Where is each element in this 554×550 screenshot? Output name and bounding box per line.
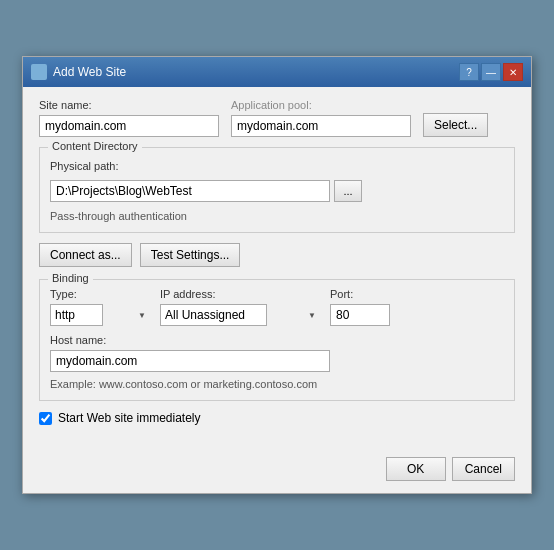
physical-path-group: Physical path: ... — [50, 160, 504, 208]
title-bar: Add Web Site ? — ✕ — [23, 57, 531, 87]
start-checkbox-row: Start Web site immediately — [39, 411, 515, 425]
start-checkbox-label[interactable]: Start Web site immediately — [58, 411, 201, 425]
type-label: Type: — [50, 288, 150, 300]
browse-button[interactable]: ... — [334, 180, 362, 202]
app-pool-input[interactable] — [231, 115, 411, 137]
site-name-group: Site name: — [39, 99, 219, 137]
title-bar-left: Add Web Site — [31, 64, 126, 80]
minimize-button[interactable]: — — [481, 63, 501, 81]
dialog-footer: OK Cancel — [23, 451, 531, 493]
ip-select-wrapper: All Unassigned — [160, 304, 320, 326]
port-input[interactable] — [330, 304, 390, 326]
test-settings-button[interactable]: Test Settings... — [140, 243, 241, 267]
content-directory-group: Content Directory Physical path: ... Pas… — [39, 147, 515, 233]
type-group: Type: http https — [50, 288, 150, 326]
type-select[interactable]: http https — [50, 304, 103, 326]
site-app-row: Site name: Application pool: Select... — [39, 99, 515, 137]
start-checkbox[interactable] — [39, 412, 52, 425]
app-pool-group: Application pool: — [231, 99, 411, 137]
port-group: Port: — [330, 288, 390, 326]
physical-path-label: Physical path: — [50, 160, 504, 172]
add-web-site-dialog: Add Web Site ? — ✕ Site name: Applicatio… — [22, 56, 532, 494]
auth-buttons-row: Connect as... Test Settings... — [39, 243, 515, 267]
dialog-title: Add Web Site — [53, 65, 126, 79]
app-pool-label: Application pool: — [231, 99, 411, 111]
site-name-label: Site name: — [39, 99, 219, 111]
host-name-label: Host name: — [50, 334, 504, 346]
ok-button[interactable]: OK — [386, 457, 446, 481]
help-button[interactable]: ? — [459, 63, 479, 81]
host-name-group: Host name: Example: www.contoso.com or m… — [50, 334, 504, 390]
ip-select[interactable]: All Unassigned — [160, 304, 267, 326]
port-label: Port: — [330, 288, 390, 300]
pass-through-label: Pass-through authentication — [50, 210, 504, 222]
ip-group: IP address: All Unassigned — [160, 288, 320, 326]
binding-title: Binding — [48, 272, 93, 284]
dialog-icon — [31, 64, 47, 80]
select-button[interactable]: Select... — [423, 113, 488, 137]
physical-path-input[interactable] — [50, 180, 330, 202]
title-bar-buttons: ? — ✕ — [459, 63, 523, 81]
cancel-button[interactable]: Cancel — [452, 457, 515, 481]
host-name-input[interactable] — [50, 350, 330, 372]
dialog-body: Site name: Application pool: Select... C… — [23, 87, 531, 451]
physical-path-row: ... — [50, 180, 504, 202]
binding-group: Binding Type: http https IP address: — [39, 279, 515, 401]
example-text: Example: www.contoso.com or marketing.co… — [50, 378, 504, 390]
ip-label: IP address: — [160, 288, 320, 300]
binding-type-row: Type: http https IP address: All Unassig… — [50, 288, 504, 326]
content-directory-title: Content Directory — [48, 140, 142, 152]
connect-as-button[interactable]: Connect as... — [39, 243, 132, 267]
close-button[interactable]: ✕ — [503, 63, 523, 81]
site-name-input[interactable] — [39, 115, 219, 137]
type-select-wrapper: http https — [50, 304, 150, 326]
